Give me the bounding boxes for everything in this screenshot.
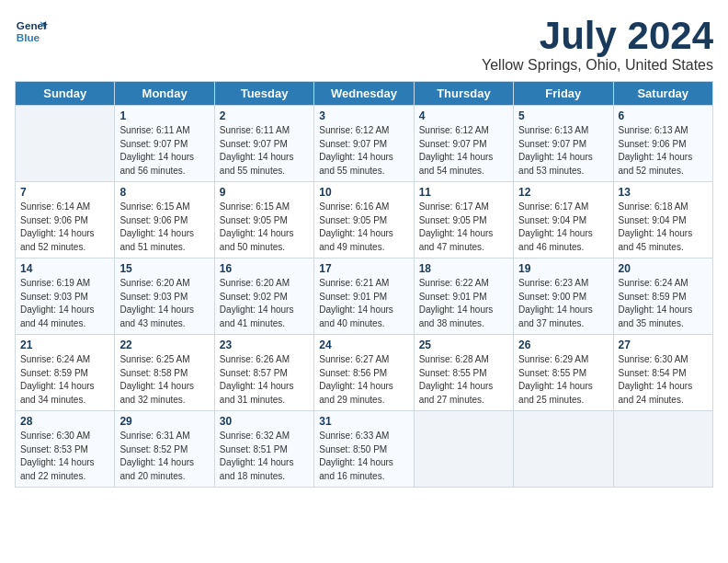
calendar-cell: 30Sunrise: 6:32 AM Sunset: 8:51 PM Dayli…	[214, 411, 313, 488]
title-area: July 2024 Yellow Springs, Ohio, United S…	[482, 15, 713, 74]
day-number: 5	[518, 109, 608, 122]
calendar-week-row: 14Sunrise: 6:19 AM Sunset: 9:03 PM Dayli…	[16, 259, 713, 335]
cell-info: Sunrise: 6:11 AM Sunset: 9:07 PM Dayligh…	[119, 124, 209, 178]
cell-info: Sunrise: 6:23 AM Sunset: 9:00 PM Dayligh…	[518, 277, 608, 330]
header-thursday: Thursday	[414, 82, 513, 106]
day-number: 20	[619, 262, 708, 275]
day-number: 2	[220, 109, 309, 122]
calendar-week-row: 21Sunrise: 6:24 AM Sunset: 8:59 PM Dayli…	[16, 335, 713, 411]
cell-info: Sunrise: 6:27 AM Sunset: 8:56 PM Dayligh…	[319, 353, 408, 407]
calendar-cell: 22Sunrise: 6:25 AM Sunset: 8:58 PM Dayli…	[115, 335, 214, 411]
calendar-cell: 26Sunrise: 6:29 AM Sunset: 8:55 PM Dayli…	[514, 335, 613, 411]
day-number: 14	[20, 262, 109, 275]
calendar-cell: 31Sunrise: 6:33 AM Sunset: 8:50 PM Dayli…	[314, 411, 414, 488]
cell-info: Sunrise: 6:22 AM Sunset: 9:01 PM Dayligh…	[419, 277, 508, 330]
cell-info: Sunrise: 6:16 AM Sunset: 9:05 PM Dayligh…	[319, 201, 408, 254]
day-number: 9	[220, 186, 309, 199]
day-number: 29	[119, 415, 209, 428]
cell-info: Sunrise: 6:15 AM Sunset: 9:05 PM Dayligh…	[220, 201, 309, 254]
cell-info: Sunrise: 6:24 AM Sunset: 8:59 PM Dayligh…	[20, 353, 109, 407]
day-number: 24	[319, 339, 408, 351]
calendar-cell: 23Sunrise: 6:26 AM Sunset: 8:57 PM Dayli…	[214, 335, 313, 411]
calendar-subtitle: Yellow Springs, Ohio, United States	[482, 57, 713, 74]
calendar-cell	[613, 411, 712, 488]
cell-info: Sunrise: 6:19 AM Sunset: 9:03 PM Dayligh…	[20, 277, 109, 330]
calendar-cell: 20Sunrise: 6:24 AM Sunset: 8:59 PM Dayli…	[613, 259, 712, 335]
header: General Blue July 2024 Yellow Springs, O…	[15, 15, 713, 74]
calendar-cell: 14Sunrise: 6:19 AM Sunset: 9:03 PM Dayli…	[16, 259, 115, 335]
day-number: 19	[518, 262, 608, 275]
cell-info: Sunrise: 6:13 AM Sunset: 9:07 PM Dayligh…	[518, 124, 608, 178]
cell-info: Sunrise: 6:17 AM Sunset: 9:05 PM Dayligh…	[419, 201, 508, 254]
day-number: 17	[319, 262, 408, 275]
cell-info: Sunrise: 6:14 AM Sunset: 9:06 PM Dayligh…	[20, 201, 109, 254]
day-number: 11	[419, 186, 508, 199]
calendar-cell: 8Sunrise: 6:15 AM Sunset: 9:06 PM Daylig…	[115, 182, 214, 259]
calendar-cell: 7Sunrise: 6:14 AM Sunset: 9:06 PM Daylig…	[16, 182, 115, 259]
svg-text:Blue: Blue	[17, 31, 40, 43]
calendar-table: Sunday Monday Tuesday Wednesday Thursday…	[15, 81, 713, 488]
day-number: 13	[619, 186, 708, 199]
header-friday: Friday	[514, 82, 613, 106]
cell-info: Sunrise: 6:11 AM Sunset: 9:07 PM Dayligh…	[220, 124, 309, 178]
calendar-cell: 6Sunrise: 6:13 AM Sunset: 9:06 PM Daylig…	[613, 106, 712, 182]
cell-info: Sunrise: 6:12 AM Sunset: 9:07 PM Dayligh…	[419, 124, 508, 178]
cell-info: Sunrise: 6:28 AM Sunset: 8:55 PM Dayligh…	[419, 353, 508, 407]
cell-info: Sunrise: 6:32 AM Sunset: 8:51 PM Dayligh…	[220, 430, 309, 483]
calendar-cell: 18Sunrise: 6:22 AM Sunset: 9:01 PM Dayli…	[414, 259, 513, 335]
day-number: 7	[20, 186, 109, 199]
cell-info: Sunrise: 6:18 AM Sunset: 9:04 PM Dayligh…	[619, 201, 708, 254]
calendar-cell: 19Sunrise: 6:23 AM Sunset: 9:00 PM Dayli…	[514, 259, 613, 335]
day-number: 6	[619, 109, 708, 122]
day-number: 3	[319, 109, 408, 122]
day-number: 18	[419, 262, 508, 275]
calendar-cell: 13Sunrise: 6:18 AM Sunset: 9:04 PM Dayli…	[613, 182, 712, 259]
day-number: 25	[419, 339, 508, 351]
calendar-cell: 9Sunrise: 6:15 AM Sunset: 9:05 PM Daylig…	[214, 182, 313, 259]
header-tuesday: Tuesday	[214, 82, 313, 106]
day-number: 21	[20, 339, 109, 351]
header-saturday: Saturday	[613, 82, 712, 106]
header-monday: Monday	[115, 82, 214, 106]
header-wednesday: Wednesday	[314, 82, 414, 106]
calendar-cell: 3Sunrise: 6:12 AM Sunset: 9:07 PM Daylig…	[314, 106, 414, 182]
calendar-cell: 4Sunrise: 6:12 AM Sunset: 9:07 PM Daylig…	[414, 106, 513, 182]
day-number: 28	[20, 415, 109, 428]
weekday-header-row: Sunday Monday Tuesday Wednesday Thursday…	[16, 82, 713, 106]
calendar-week-row: 7Sunrise: 6:14 AM Sunset: 9:06 PM Daylig…	[16, 182, 713, 259]
calendar-cell: 15Sunrise: 6:20 AM Sunset: 9:03 PM Dayli…	[115, 259, 214, 335]
day-number: 1	[119, 109, 209, 122]
cell-info: Sunrise: 6:24 AM Sunset: 8:59 PM Dayligh…	[619, 277, 708, 330]
cell-info: Sunrise: 6:13 AM Sunset: 9:06 PM Dayligh…	[619, 124, 708, 178]
cell-info: Sunrise: 6:26 AM Sunset: 8:57 PM Dayligh…	[220, 353, 309, 407]
calendar-cell: 21Sunrise: 6:24 AM Sunset: 8:59 PM Dayli…	[16, 335, 115, 411]
day-number: 16	[220, 262, 309, 275]
calendar-cell: 11Sunrise: 6:17 AM Sunset: 9:05 PM Dayli…	[414, 182, 513, 259]
calendar-cell: 1Sunrise: 6:11 AM Sunset: 9:07 PM Daylig…	[115, 106, 214, 182]
day-number: 10	[319, 186, 408, 199]
cell-info: Sunrise: 6:31 AM Sunset: 8:52 PM Dayligh…	[119, 430, 209, 483]
calendar-title: July 2024	[482, 15, 713, 57]
calendar-cell: 29Sunrise: 6:31 AM Sunset: 8:52 PM Dayli…	[115, 411, 214, 488]
calendar-cell: 5Sunrise: 6:13 AM Sunset: 9:07 PM Daylig…	[514, 106, 613, 182]
day-number: 26	[518, 339, 608, 351]
calendar-cell: 25Sunrise: 6:28 AM Sunset: 8:55 PM Dayli…	[414, 335, 513, 411]
calendar-cell: 17Sunrise: 6:21 AM Sunset: 9:01 PM Dayli…	[314, 259, 414, 335]
calendar-cell	[514, 411, 613, 488]
logo: General Blue	[15, 15, 48, 48]
cell-info: Sunrise: 6:20 AM Sunset: 9:03 PM Dayligh…	[119, 277, 209, 330]
calendar-cell: 10Sunrise: 6:16 AM Sunset: 9:05 PM Dayli…	[314, 182, 414, 259]
calendar-cell: 27Sunrise: 6:30 AM Sunset: 8:54 PM Dayli…	[613, 335, 712, 411]
day-number: 23	[220, 339, 309, 351]
day-number: 30	[220, 415, 309, 428]
cell-info: Sunrise: 6:25 AM Sunset: 8:58 PM Dayligh…	[119, 353, 209, 407]
cell-info: Sunrise: 6:20 AM Sunset: 9:02 PM Dayligh…	[220, 277, 309, 330]
day-number: 12	[518, 186, 608, 199]
cell-info: Sunrise: 6:17 AM Sunset: 9:04 PM Dayligh…	[518, 201, 608, 254]
calendar-body: 1Sunrise: 6:11 AM Sunset: 9:07 PM Daylig…	[16, 106, 713, 488]
calendar-cell: 24Sunrise: 6:27 AM Sunset: 8:56 PM Dayli…	[314, 335, 414, 411]
day-number: 8	[119, 186, 209, 199]
day-number: 31	[319, 415, 408, 428]
cell-info: Sunrise: 6:12 AM Sunset: 9:07 PM Dayligh…	[319, 124, 408, 178]
calendar-cell	[16, 106, 115, 182]
